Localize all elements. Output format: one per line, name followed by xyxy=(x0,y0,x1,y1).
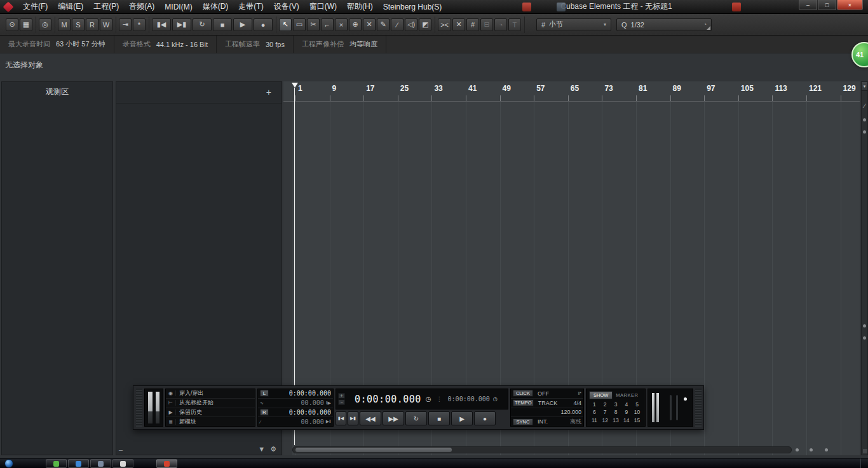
menu-item-11[interactable]: Steinberg Hub(S) xyxy=(378,3,447,11)
secondary-time-display[interactable]: 0:00:00.000 xyxy=(448,396,490,403)
close-button[interactable]: × xyxy=(837,0,863,10)
mute-state-button[interactable]: M xyxy=(58,18,71,31)
marker-8-button[interactable]: 8 xyxy=(611,408,621,416)
activate-project-button[interactable]: ⊙ xyxy=(6,18,18,31)
menu-item-8[interactable]: 设备(V) xyxy=(269,1,304,12)
menu-item-6[interactable]: 媒体(D) xyxy=(198,1,234,12)
snap-type-button[interactable]: ✕ xyxy=(452,18,465,31)
read-automation-button[interactable]: R xyxy=(86,18,98,31)
status-item-4[interactable]: 工程声像补偿均等响度 xyxy=(294,36,386,53)
h-zoom-dot-3[interactable] xyxy=(825,448,828,451)
punch-in-icon[interactable]: ‖▶ xyxy=(326,401,331,406)
start-button[interactable] xyxy=(4,459,13,468)
horizontal-scrollbar[interactable] xyxy=(292,446,792,453)
level-control-dot[interactable] xyxy=(684,397,687,401)
setup-window-layout-button[interactable]: ▦ xyxy=(20,18,32,31)
goto-zero-button[interactable]: ▮◀ xyxy=(336,411,346,425)
goto-previous-marker-button[interactable]: ▮◀ xyxy=(152,18,171,31)
split-tool[interactable]: ✂ xyxy=(307,18,320,31)
v-zoom-dot-1[interactable] xyxy=(863,118,866,121)
record-button[interactable]: ● xyxy=(254,18,273,31)
grid-option-button-1[interactable]: ⊟ xyxy=(480,18,493,31)
solo-state-button[interactable]: S xyxy=(72,18,85,31)
v-zoom-dot-3[interactable] xyxy=(863,324,866,327)
h-zoom-dot-2[interactable] xyxy=(810,448,813,451)
marker-1-button[interactable]: 1 xyxy=(589,401,600,408)
right-locator-time[interactable]: 0:00:00.000 xyxy=(289,409,331,416)
click-button[interactable]: CLICK xyxy=(513,390,533,397)
erase-tool[interactable]: × xyxy=(335,18,348,31)
left-locator-button[interactable]: L xyxy=(260,390,269,397)
postroll-value[interactable]: 00.000 xyxy=(301,418,324,425)
forward-button[interactable]: ▶▶ xyxy=(383,411,404,425)
menu-item-2[interactable]: 编辑(E) xyxy=(53,1,88,12)
stop-button[interactable]: ■ xyxy=(213,18,232,31)
auto-punch-button[interactable]: ⇥ xyxy=(119,18,132,31)
v-zoom-dot-4[interactable] xyxy=(863,336,866,340)
grid-option-button-2[interactable]: ◔ xyxy=(494,18,507,31)
goto-end-button[interactable]: ▶▮ xyxy=(348,411,358,425)
horizontal-scrollbar-thumb[interactable] xyxy=(295,448,452,452)
v-zoom-dot-2[interactable] xyxy=(863,130,866,134)
taskbar-item-cubase[interactable] xyxy=(156,459,177,468)
time-signature[interactable]: 4/4 xyxy=(573,400,581,406)
rewind-button[interactable]: ◀◀ xyxy=(360,411,381,425)
divider-handle[interactable]: – xyxy=(119,446,123,453)
range-selection-tool[interactable]: ▭ xyxy=(293,18,306,31)
level-fader-track-2[interactable] xyxy=(676,395,678,420)
show-desktop-button[interactable] xyxy=(860,458,868,468)
record-mode-4[interactable]: ≣新模块 xyxy=(166,417,255,426)
menu-item-4[interactable]: 音频(A) xyxy=(124,1,159,12)
cycle-button[interactable]: ↻ xyxy=(193,18,212,31)
transport-drag-handle-right[interactable] xyxy=(695,389,702,427)
status-item-1[interactable]: 最大录音时间63 小时 57 分钟 xyxy=(0,36,114,53)
marker-9-button[interactable]: 9 xyxy=(621,408,632,416)
mute-tool[interactable]: ✕ xyxy=(363,18,376,31)
grid-type-button[interactable]: # xyxy=(466,18,479,31)
collapse-tracks-icon[interactable]: ▼ xyxy=(258,445,265,453)
grid-type-dropdown[interactable]: # 小节 ▾ xyxy=(536,18,611,31)
menu-item-1[interactable]: 文件(F) xyxy=(18,1,53,12)
record-mode-3[interactable]: ▶保留历史 xyxy=(166,408,255,418)
constrain-delay-compensation-button[interactable]: ◎ xyxy=(39,18,51,31)
tempo-value[interactable]: 120.000 xyxy=(560,409,581,415)
status-item-2[interactable]: 录音格式44.1 kHz - 16 Bit xyxy=(114,36,217,53)
line-tool[interactable]: ∕ xyxy=(391,18,403,31)
taskbar-item-2[interactable] xyxy=(68,459,89,468)
taskbar-item-3[interactable] xyxy=(90,459,111,468)
minimize-button[interactable]: – xyxy=(799,0,817,10)
status-item-3[interactable]: 工程帧速率30 fps xyxy=(217,36,294,53)
zoom-tool[interactable]: ⊕ xyxy=(349,18,362,31)
marker-15-button[interactable]: 15 xyxy=(632,416,642,424)
taskbar-item-1[interactable] xyxy=(46,459,67,468)
primary-time-format-icon[interactable]: ◷ xyxy=(426,396,431,403)
project-cursor-handle[interactable] xyxy=(292,83,298,91)
snap-on-off-button[interactable]: >< xyxy=(438,18,451,31)
menu-item-9[interactable]: 窗口(W) xyxy=(304,1,342,12)
play-button[interactable]: ▶ xyxy=(233,18,252,31)
taskbar-item-4[interactable] xyxy=(112,459,133,468)
marker-7-button[interactable]: 7 xyxy=(600,408,611,416)
marker-14-button[interactable]: 14 xyxy=(621,416,632,424)
vertical-scrollbar[interactable]: ▾ ∕ xyxy=(861,81,868,455)
ruler-options-button[interactable]: ▾ xyxy=(862,82,867,91)
marker-5-button[interactable]: 5 xyxy=(632,401,642,408)
level-fader-track-1[interactable] xyxy=(670,395,672,420)
right-locator-button[interactable]: R xyxy=(260,409,269,416)
time-minus-button[interactable]: − xyxy=(338,399,345,405)
object-selection-tool[interactable]: ↖ xyxy=(279,18,292,31)
draw-tool[interactable]: ✎ xyxy=(377,18,390,31)
menu-item-3[interactable]: 工程(P) xyxy=(88,1,124,12)
show-markers-button[interactable]: SHOW xyxy=(589,391,613,399)
track-settings-gear-icon[interactable]: ⚙ xyxy=(270,445,276,453)
record-button[interactable]: ● xyxy=(474,411,496,425)
write-automation-button[interactable]: W xyxy=(100,18,112,31)
h-zoom-dot-1[interactable] xyxy=(796,448,799,451)
glue-tool[interactable]: ⌐ xyxy=(321,18,334,31)
color-tool[interactable]: ◩ xyxy=(419,18,431,31)
record-mode-1[interactable]: ◉穿入/穿出 xyxy=(166,389,255,399)
zoom-preset-icon[interactable]: ∕ xyxy=(862,102,867,109)
menu-item-5[interactable]: MIDI(M) xyxy=(159,3,197,11)
marker-10-button[interactable]: 10 xyxy=(632,408,642,416)
time-plus-button[interactable]: + xyxy=(338,393,345,399)
